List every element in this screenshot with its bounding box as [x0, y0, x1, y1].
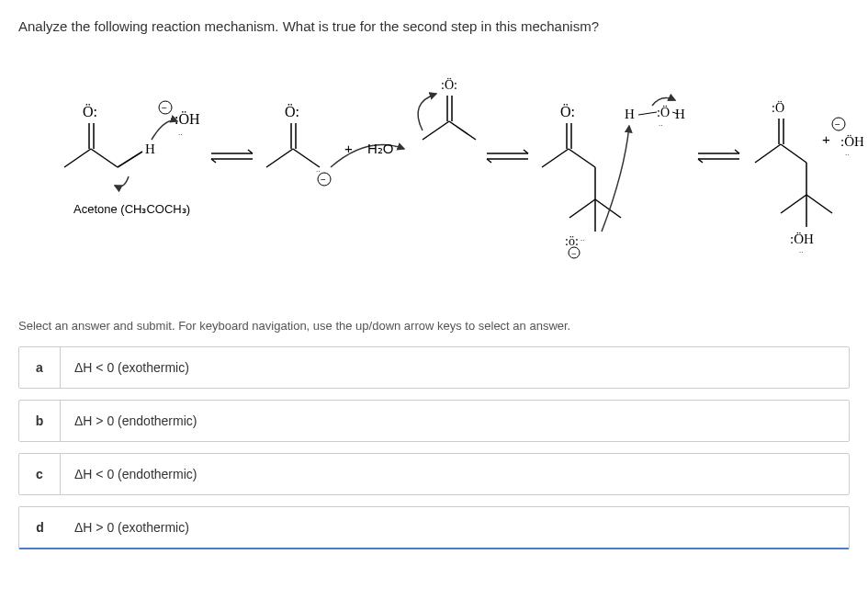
svg-line-23 [449, 121, 476, 140]
svg-text:..: .. [316, 165, 320, 174]
svg-text:−: − [321, 175, 326, 185]
option-d[interactable]: d ΔH > 0 (exothermic) [18, 506, 850, 549]
svg-line-30 [569, 149, 595, 167]
svg-text:..: .. [845, 149, 849, 157]
svg-text::Ö: :Ö [772, 100, 784, 115]
structure-acetone: Ö: H [64, 104, 177, 187]
equilibrium-arrow-2 [487, 150, 528, 163]
svg-text:..: .. [799, 246, 803, 255]
svg-text::ö:: :ö: [565, 234, 579, 248]
option-a[interactable]: a ΔH < 0 (exothermic) [18, 346, 850, 389]
svg-line-14 [266, 149, 293, 167]
option-text-c: ΔH < 0 (endothermic) [61, 454, 849, 494]
option-text-d: ΔH > 0 (exothermic) [61, 507, 849, 548]
svg-text::ÖH: :ÖH [175, 111, 200, 127]
option-text-b: ΔH > 0 (endothermic) [61, 401, 849, 441]
structure-aldol-alkoxide: Ö: :ö: − .. H :Ö .. H [542, 98, 685, 258]
equilibrium-arrow-3 [698, 150, 739, 163]
svg-text::ÖH: :ÖH [840, 134, 863, 149]
svg-text:..: .. [581, 234, 584, 243]
option-text-a: ΔH < 0 (exothermic) [61, 347, 849, 388]
option-letter-a: a [19, 347, 61, 388]
svg-text:H: H [625, 107, 635, 121]
svg-text:..: .. [659, 119, 662, 128]
plus-1: + [344, 141, 353, 156]
h-atom-1: H [145, 141, 155, 156]
plus-2: + [822, 131, 830, 147]
svg-line-22 [423, 121, 449, 140]
option-b[interactable]: b ΔH > 0 (endothermic) [18, 400, 850, 442]
svg-line-42 [638, 112, 657, 115]
svg-line-54 [806, 195, 832, 213]
svg-line-51 [781, 144, 806, 163]
svg-text:..: .. [178, 129, 182, 137]
svg-text::ÖH: :ÖH [790, 232, 814, 246]
svg-line-50 [755, 144, 781, 163]
svg-text:Ö:: Ö: [560, 104, 575, 119]
svg-text::Ö:: :Ö: [441, 77, 457, 92]
answer-options: a ΔH < 0 (exothermic) b ΔH > 0 (endother… [18, 346, 850, 549]
svg-line-3 [91, 149, 118, 167]
svg-line-32 [569, 199, 595, 218]
svg-line-53 [781, 195, 806, 213]
water-label: H₂O [367, 141, 394, 156]
instruction-text: Select an answer and submit. For keyboar… [18, 319, 850, 333]
hydroxide-1: − :ÖH .. [159, 101, 200, 137]
question-text: Analyze the following reaction mechanism… [18, 18, 850, 34]
svg-text:Ö:: Ö: [285, 104, 299, 119]
equilibrium-arrow-1 [211, 150, 253, 163]
reaction-diagram: Ö: H − :ÖH .. Acetone (CH₃COCH₃) [18, 62, 850, 282]
option-letter-d: d [19, 507, 61, 548]
svg-text::Ö: :Ö [657, 105, 670, 119]
svg-text:−: − [162, 103, 167, 113]
structure-acetone-2: :Ö: [418, 77, 476, 140]
option-letter-b: b [19, 401, 61, 441]
structure-aldol-product: :Ö :ÖH .. [755, 100, 832, 255]
svg-line-29 [542, 149, 569, 167]
option-c[interactable]: c ΔH < 0 (endothermic) [18, 453, 850, 495]
option-letter-c: c [19, 454, 61, 494]
svg-line-15 [293, 149, 320, 167]
acetone-label: Acetone (CH₃COCH₃) [73, 202, 190, 216]
o-lone-1: Ö: [83, 104, 97, 119]
svg-line-4 [118, 152, 142, 167]
svg-text:−: − [835, 119, 840, 130]
svg-line-2 [64, 149, 91, 167]
svg-text:−: − [571, 249, 576, 258]
